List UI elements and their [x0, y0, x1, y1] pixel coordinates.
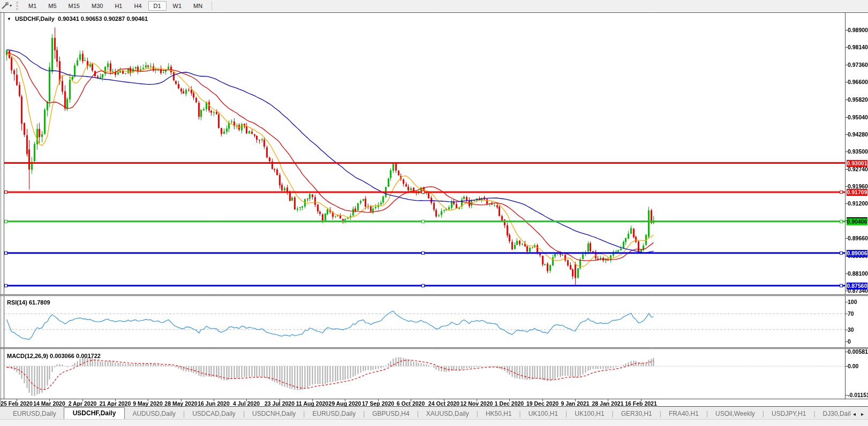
chart-tab-USOil-Weekly[interactable]: USOil,Weekly: [708, 408, 763, 419]
chart-tab-bar: EURUSD,DailyUSDCHF,DailyAUDUSD,Daily|USD…: [0, 407, 868, 419]
chart-tabs: EURUSD,DailyUSDCHF,DailyAUDUSD,Daily|USD…: [0, 407, 851, 419]
timeframe-button-D1[interactable]: D1: [148, 1, 167, 11]
pencil-icon: [1, 2, 9, 10]
chart-tab-XAUUSD-Daily[interactable]: XAUUSD,Daily: [419, 408, 477, 419]
chart-tab-FRA40-H1[interactable]: FRA40,H1: [661, 408, 706, 419]
toolbar-separator: [212, 1, 212, 11]
chart-tab-EURUSD-Daily[interactable]: EURUSD,Daily: [305, 408, 363, 419]
tab-scroll-right-icon[interactable]: ▸: [861, 411, 864, 417]
mt4-window: ▾ M1M5M15M30H1H4D1W1MN ▼USDCHF,Daily 0.9…: [0, 0, 868, 426]
timeframe-toolbar: ▾ M1M5M15M30H1H4D1W1MN: [0, 0, 868, 12]
toolbar-grip[interactable]: [16, 2, 18, 10]
timeframe-buttons: M1M5M15M30H1H4D1W1MN: [22, 1, 208, 11]
chart-tab-UK100-H1[interactable]: UK100,H1: [567, 408, 612, 419]
tab-scroll-left-icon[interactable]: ◂: [853, 411, 856, 417]
timeframe-button-M1[interactable]: M1: [23, 1, 42, 11]
draw-tool-button[interactable]: ▾: [0, 1, 15, 11]
timeframe-button-H1[interactable]: H1: [109, 1, 127, 11]
chart-tab-GBPUSD-H4[interactable]: GBPUSD,H4: [365, 408, 417, 419]
chart-tab-HK50-H1[interactable]: HK50,H1: [478, 408, 519, 419]
timeframe-button-M30[interactable]: M30: [86, 1, 108, 11]
price-chart-canvas[interactable]: [0, 12, 868, 407]
chart-tab-USDCHF-Daily[interactable]: USDCHF,Daily: [64, 407, 125, 419]
chart-tab-USDCNH-Daily[interactable]: USDCNH,Daily: [245, 408, 303, 419]
timeframe-button-H4[interactable]: H4: [129, 1, 147, 11]
status-bar: [0, 419, 868, 426]
timeframe-button-MN[interactable]: MN: [188, 1, 208, 11]
chart-tab-GER30-H1[interactable]: GER30,H1: [614, 408, 660, 419]
tab-scroll-buttons: ◂ ▸: [851, 411, 868, 419]
timeframe-button-M15[interactable]: M15: [63, 1, 85, 11]
chart-tab-DJ30-Daily[interactable]: DJ30,Daily: [816, 408, 851, 419]
chart-tab-USDCAD-Daily[interactable]: USDCAD,Daily: [185, 408, 243, 419]
timeframe-button-M5[interactable]: M5: [43, 1, 62, 11]
chart-tab-AUDUSD-Daily[interactable]: AUDUSD,Daily: [125, 408, 183, 419]
chart-tab-UK100-H1[interactable]: UK100,H1: [521, 408, 565, 419]
chart-window: ▼USDCHF,Daily 0.90341 0.90653 0.90287 0.…: [0, 12, 868, 407]
timeframe-button-W1[interactable]: W1: [168, 1, 187, 11]
chart-tab-EURUSD-Daily[interactable]: EURUSD,Daily: [5, 408, 64, 419]
chevron-down-icon: ▾: [10, 1, 12, 11]
chart-tab-USDJPY-H1[interactable]: USDJPY,H1: [764, 408, 813, 419]
